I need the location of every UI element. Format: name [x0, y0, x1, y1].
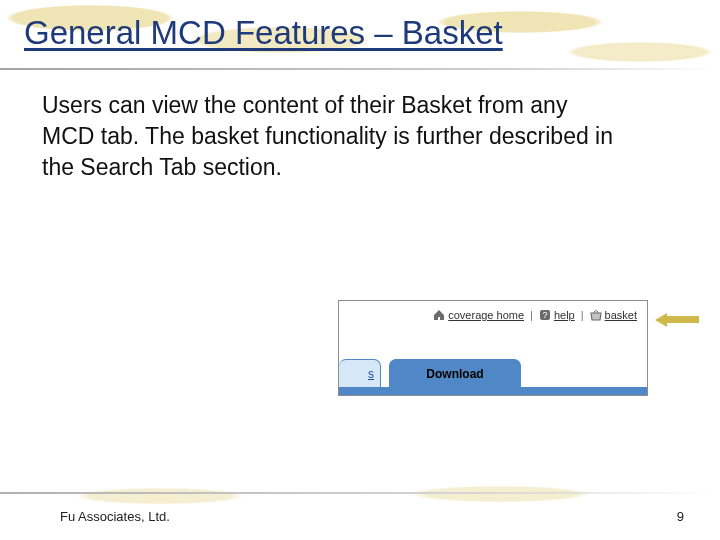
coverage-home-label: coverage home [448, 309, 524, 321]
tab-download-label: Download [426, 367, 483, 381]
callout-arrow [655, 310, 699, 328]
help-label: help [554, 309, 575, 321]
help-link[interactable]: ? help [539, 309, 575, 321]
tab-download[interactable]: Download [389, 359, 521, 387]
screenshot-panel: coverage home | ? help | basket s [338, 300, 648, 396]
utility-link-row: coverage home | ? help | basket [339, 301, 647, 325]
separator: | [528, 309, 535, 321]
divider-top [0, 68, 720, 70]
tab-previous-label: s [368, 367, 374, 381]
arrow-shaft [665, 316, 699, 323]
help-icon: ? [539, 309, 551, 321]
slide: General MCD Features – Basket Users can … [0, 0, 720, 540]
basket-link[interactable]: basket [590, 309, 637, 321]
basket-label: basket [605, 309, 637, 321]
divider-bottom [0, 492, 720, 494]
separator: | [579, 309, 586, 321]
footer-company: Fu Associates, Ltd. [60, 509, 170, 524]
footer-page-number: 9 [677, 509, 684, 524]
tab-previous-partial[interactable]: s [339, 359, 381, 387]
basket-icon [590, 309, 602, 321]
slide-body-text: Users can view the content of their Bask… [42, 90, 622, 183]
slide-title: General MCD Features – Basket [24, 14, 503, 52]
tab-baseline [339, 387, 647, 395]
home-icon [433, 309, 445, 321]
tab-strip: s Download [339, 355, 647, 395]
svg-text:?: ? [542, 310, 547, 320]
decorative-bottom-pattern [0, 484, 720, 510]
coverage-home-link[interactable]: coverage home [433, 309, 524, 321]
